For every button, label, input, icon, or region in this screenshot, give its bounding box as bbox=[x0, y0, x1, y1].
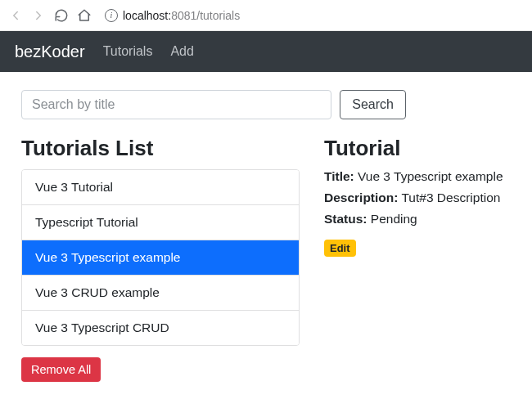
search-row: Search bbox=[21, 90, 406, 119]
main-container: Search Tutorials List Vue 3 TutorialType… bbox=[0, 72, 532, 400]
search-input[interactable] bbox=[21, 90, 331, 119]
reload-button[interactable] bbox=[54, 8, 69, 23]
brand[interactable]: bezKoder bbox=[15, 43, 85, 61]
forward-button[interactable] bbox=[31, 8, 46, 23]
address-bar[interactable]: i localhost:8081/tutorials bbox=[100, 7, 524, 24]
list-item[interactable]: Vue 3 Typescript example bbox=[22, 240, 299, 276]
site-info-icon[interactable]: i bbox=[105, 9, 118, 22]
app-navbar: bezKoder Tutorials Add bbox=[0, 31, 532, 72]
detail-status-row: Status: Pending bbox=[324, 212, 511, 226]
tutorials-list: Vue 3 TutorialTypescript TutorialVue 3 T… bbox=[21, 169, 300, 346]
detail-description-label: Description: bbox=[324, 191, 398, 204]
list-item[interactable]: Vue 3 Typescript CRUD bbox=[22, 311, 299, 345]
list-heading: Tutorials List bbox=[21, 136, 300, 161]
detail-heading: Tutorial bbox=[324, 136, 511, 161]
detail-title-label: Title: bbox=[324, 169, 354, 183]
browser-toolbar: i localhost:8081/tutorials bbox=[0, 0, 532, 31]
search-button[interactable]: Search bbox=[340, 90, 406, 119]
detail-title-value: Vue 3 Typescript example bbox=[358, 169, 503, 183]
nav-link-add[interactable]: Add bbox=[170, 44, 193, 59]
edit-button[interactable]: Edit bbox=[324, 240, 356, 257]
detail-column: Tutorial Title: Vue 3 Typescript example… bbox=[324, 136, 511, 382]
back-button[interactable] bbox=[8, 8, 23, 23]
url-text: localhost:8081/tutorials bbox=[123, 9, 240, 22]
detail-status-label: Status: bbox=[324, 212, 367, 226]
content-row: Tutorials List Vue 3 TutorialTypescript … bbox=[21, 136, 511, 382]
list-item[interactable]: Vue 3 CRUD example bbox=[22, 276, 299, 311]
nav-link-tutorials[interactable]: Tutorials bbox=[103, 44, 153, 59]
list-column: Tutorials List Vue 3 TutorialTypescript … bbox=[21, 136, 300, 382]
list-item[interactable]: Typescript Tutorial bbox=[22, 205, 299, 240]
detail-description-value: Tut#3 Description bbox=[401, 191, 500, 204]
detail-description-row: Description: Tut#3 Description bbox=[324, 191, 511, 205]
remove-all-button[interactable]: Remove All bbox=[21, 357, 101, 382]
detail-status-value: Pending bbox=[371, 212, 417, 226]
home-button[interactable] bbox=[77, 8, 92, 23]
list-item[interactable]: Vue 3 Tutorial bbox=[22, 170, 299, 205]
detail-title-row: Title: Vue 3 Typescript example bbox=[324, 169, 511, 184]
